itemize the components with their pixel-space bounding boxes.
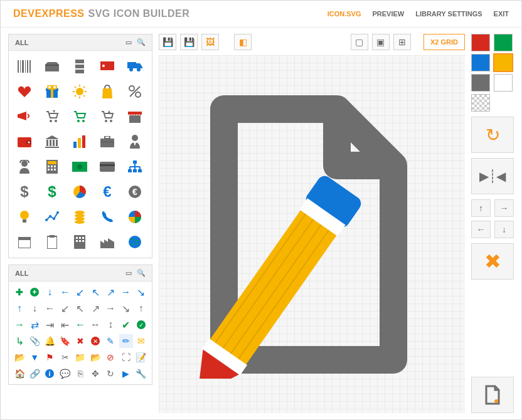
shopping-bag-icon[interactable] — [95, 81, 119, 102]
dollar-gray-icon[interactable]: $ — [13, 181, 36, 202]
close-icon[interactable]: ✖ — [73, 334, 87, 348]
arrow-upright-icon[interactable]: ↗ — [104, 285, 117, 299]
arrow-left-gray-icon[interactable]: ← — [43, 302, 56, 315]
nav-preview[interactable]: PREVIEW — [372, 10, 404, 18]
tag-icon[interactable] — [95, 56, 119, 77]
bank-icon[interactable] — [40, 131, 64, 152]
heart-icon[interactable] — [13, 81, 36, 102]
gift-icon[interactable] — [40, 81, 64, 102]
nudge-left-button[interactable]: ← — [471, 221, 491, 238]
fullscreen-icon[interactable]: ⛶ — [119, 350, 133, 364]
cut-icon[interactable]: ✂ — [58, 350, 72, 364]
rotate-icon[interactable]: ↻ — [104, 367, 117, 381]
nav-exit[interactable]: EXIT — [494, 10, 509, 18]
swatch-yellow[interactable] — [494, 54, 513, 71]
truck-icon[interactable] — [123, 56, 147, 77]
wrench-icon[interactable]: 🔧 — [134, 367, 148, 381]
preview-doc-button[interactable] — [471, 377, 514, 413]
arrow-up-icon[interactable]: ↑ — [13, 302, 26, 315]
collapse-h-icon[interactable]: ⇥ — [43, 318, 56, 332]
euro-circle-icon[interactable]: € — [123, 181, 147, 202]
nudge-up-button[interactable]: ↑ — [471, 199, 491, 217]
calendar-icon[interactable] — [13, 231, 36, 253]
cart-green-icon[interactable] — [68, 106, 92, 127]
eraser-button[interactable]: ◧ — [234, 34, 252, 50]
nudge-down-button[interactable]: ↓ — [494, 221, 514, 238]
coins-icon[interactable] — [68, 206, 92, 228]
arrow-downright-icon[interactable]: ↘ — [134, 285, 148, 299]
info-icon[interactable]: i — [43, 367, 56, 381]
arrow-down-gray-icon[interactable]: ↓ — [28, 302, 41, 315]
canvas[interactable] — [159, 55, 465, 413]
pie-chart-icon[interactable] — [68, 181, 92, 202]
panel-search-icon[interactable]: 🔍 — [137, 269, 146, 277]
dollar-green-icon[interactable]: $ — [40, 181, 64, 202]
arrow-downleft-icon[interactable]: ↙ — [73, 285, 87, 299]
storefront-icon[interactable] — [123, 106, 147, 127]
bell-icon[interactable]: 🔔 — [43, 334, 56, 348]
swatch-green[interactable] — [494, 34, 513, 51]
nudge-right-button[interactable]: → — [494, 199, 514, 217]
line-chart-icon[interactable] — [40, 206, 64, 228]
mail-icon[interactable]: ✉ — [134, 334, 148, 348]
flip-horizontal-button[interactable]: ▶┊◀ — [471, 158, 514, 194]
arrow-downright-gray-icon[interactable]: ↘ — [119, 302, 133, 315]
edit-doc-icon[interactable]: 📝 — [134, 350, 148, 364]
clipboard-icon[interactable] — [40, 231, 64, 253]
arrow-right-green-icon[interactable]: → — [13, 318, 26, 332]
arrow-downleft-gray-icon[interactable]: ↙ — [58, 302, 72, 315]
check-icon[interactable]: ✔ — [119, 318, 133, 332]
flag-icon[interactable]: ⚑ — [43, 350, 56, 364]
zoom-fit-button[interactable]: ⊞ — [393, 34, 411, 50]
save-as-button[interactable]: 💾 — [180, 34, 198, 50]
save-button[interactable]: 💾 — [159, 34, 176, 50]
add-circle-icon[interactable]: + — [28, 285, 41, 299]
cart-down-icon[interactable] — [40, 106, 64, 127]
calculator-icon[interactable] — [40, 156, 64, 177]
building-icon[interactable] — [68, 231, 92, 253]
cash-icon[interactable] — [68, 156, 92, 177]
bookmark-icon[interactable]: 🔖 — [58, 334, 72, 348]
check-circle-icon[interactable]: ✓ — [134, 318, 148, 332]
mail-open-icon[interactable]: 📂 — [13, 350, 26, 364]
sun-icon[interactable] — [68, 81, 92, 102]
collapse-v-icon[interactable]: ⇤ — [58, 318, 72, 332]
phone-icon[interactable] — [95, 206, 119, 228]
bullhorn-icon[interactable] — [13, 106, 36, 127]
panel-collapse-icon[interactable]: ▭ — [125, 269, 132, 277]
filter-icon[interactable]: ▼ — [28, 350, 41, 364]
move-icon[interactable]: ✥ — [88, 367, 102, 381]
expand-h-icon[interactable]: ↔ — [88, 318, 102, 332]
image-button[interactable]: 🖼 — [201, 34, 219, 50]
link-icon[interactable]: 🔗 — [28, 367, 41, 381]
home-icon[interactable]: 🏠 — [13, 367, 26, 381]
euro-icon[interactable]: € — [95, 181, 119, 202]
arrow-down-icon[interactable]: ↓ — [43, 285, 56, 299]
wallet-icon[interactable] — [13, 131, 36, 152]
server-icon[interactable] — [68, 56, 92, 77]
credit-card-icon[interactable] — [95, 156, 119, 177]
arrow-up-gray-icon[interactable]: ↑ — [134, 302, 148, 315]
factory-icon[interactable] — [95, 231, 119, 253]
percent-icon[interactable] — [123, 81, 147, 102]
box-icon[interactable] — [40, 56, 64, 77]
org-chart-icon[interactable] — [123, 156, 147, 177]
zoom-1-button[interactable]: ▢ — [351, 34, 368, 50]
arrow-left-icon[interactable]: ← — [58, 285, 72, 299]
pie-multi-icon[interactable] — [123, 206, 147, 228]
folder-open-icon[interactable]: 📂 — [88, 350, 102, 364]
close-circle-icon[interactable]: ✕ — [88, 334, 102, 348]
panel-collapse-icon[interactable]: ▭ — [125, 38, 132, 46]
arrow-right-gray-icon[interactable]: → — [104, 302, 117, 315]
comment-icon[interactable]: 💬 — [58, 367, 72, 381]
pencil-icon[interactable]: ✎ — [104, 334, 117, 348]
businessman-icon[interactable] — [123, 131, 147, 152]
grid-toggle-button[interactable]: X2 GRID — [423, 34, 465, 50]
arrow-upleft-gray-icon[interactable]: ↖ — [73, 302, 87, 315]
delete-button[interactable]: ✖ — [471, 243, 514, 280]
arrow-upright-gray-icon[interactable]: ↗ — [88, 302, 102, 315]
return-icon[interactable]: ↳ — [13, 334, 26, 348]
play-icon[interactable]: ▶ — [119, 367, 133, 381]
swatch-gray[interactable] — [471, 74, 490, 92]
copy-icon[interactable]: ⎘ — [73, 367, 87, 381]
